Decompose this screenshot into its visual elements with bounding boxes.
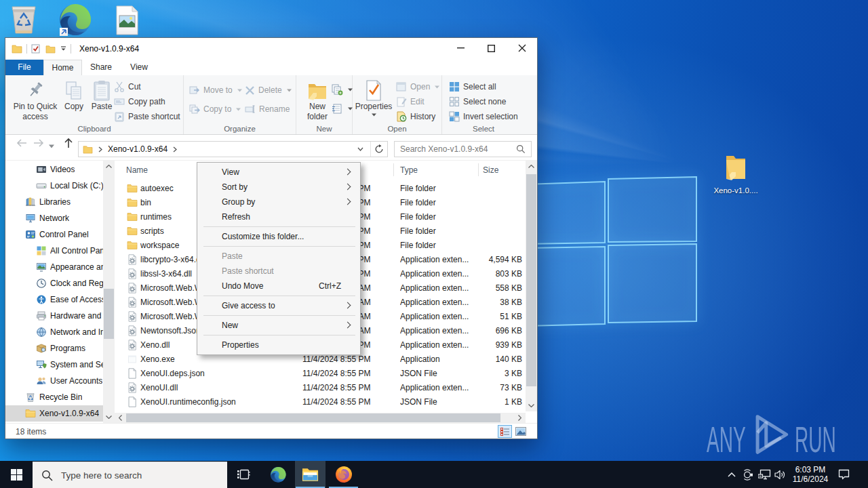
context-menu-item[interactable]: New xyxy=(197,318,360,333)
sidebar-scrollbar-thumb[interactable] xyxy=(104,289,114,339)
tray-network-icon[interactable] xyxy=(757,461,771,488)
context-menu-item[interactable]: Properties xyxy=(197,338,360,352)
close-button[interactable] xyxy=(507,38,537,58)
easy-access-item-button[interactable] xyxy=(332,80,353,99)
column-separator-3[interactable] xyxy=(478,163,479,176)
qat-new-folder-icon[interactable] xyxy=(45,45,56,54)
easy-access-button[interactable] xyxy=(332,99,353,118)
tab-share[interactable]: Share xyxy=(82,60,120,75)
edge-desktop-icon[interactable] xyxy=(58,3,93,37)
history-button[interactable]: History xyxy=(396,109,439,124)
breadcrumb-folder[interactable]: Xeno-v1.0.9-x64 xyxy=(108,144,167,154)
file-row[interactable]: XenoUI.deps.json 11/4/2024 8:55 PM JSON … xyxy=(115,367,526,381)
recent-locations-chevron-icon[interactable] xyxy=(49,144,54,148)
xeno-desktop-folder-label[interactable]: Xeno-v1.0.... xyxy=(705,186,766,195)
sidebar-item[interactable]: User Accounts xyxy=(5,373,103,389)
file-scroll-down-icon[interactable] xyxy=(526,400,537,411)
tray-camera-icon[interactable] xyxy=(741,461,753,488)
address-dropdown-icon[interactable] xyxy=(357,147,363,151)
file-row[interactable]: XenoUI.runtimeconfig.json 11/4/2024 8:55… xyxy=(115,395,526,409)
move-to-button[interactable]: Move to xyxy=(189,81,242,100)
details-view-button[interactable] xyxy=(498,425,512,438)
recycle-bin-desktop-icon[interactable] xyxy=(11,3,37,35)
sidebar-item[interactable]: Videos xyxy=(5,161,103,178)
context-menu-item[interactable]: Paste shortcut xyxy=(197,264,360,279)
copy-path-button[interactable]: Copy path xyxy=(114,94,180,109)
context-menu-item[interactable]: Give access to xyxy=(197,298,360,313)
open-button[interactable]: Open xyxy=(396,79,439,94)
column-header-type[interactable]: Type xyxy=(400,161,468,179)
sidebar-item[interactable]: Recycle Bin xyxy=(5,389,103,405)
sidebar-item[interactable]: All Control Panel Items xyxy=(5,243,103,259)
context-menu-item[interactable]: Group by xyxy=(197,195,360,209)
image-file-desktop-icon[interactable] xyxy=(116,5,138,35)
paste-button[interactable]: Paste xyxy=(87,78,117,111)
qat-customize-chevron-icon[interactable] xyxy=(60,46,66,52)
file-row[interactable]: XenoUI.dll 11/4/2024 8:55 PM Application… xyxy=(115,381,526,395)
tab-file[interactable]: File xyxy=(5,60,43,75)
cut-button[interactable]: Cut xyxy=(114,79,180,94)
context-menu-item[interactable]: Sort by xyxy=(197,180,360,195)
sidebar-item[interactable]: Network and Internet xyxy=(5,324,103,340)
sidebar-scroll-down-icon[interactable] xyxy=(103,411,115,423)
action-center-button[interactable] xyxy=(837,461,850,488)
invert-selection-button[interactable]: Invert selection xyxy=(449,109,518,124)
select-all-button[interactable]: Select all xyxy=(449,79,518,94)
sidebar-item[interactable]: System and Security xyxy=(5,357,103,373)
context-menu-item[interactable]: Paste xyxy=(197,249,360,264)
context-menu-item[interactable]: Refresh xyxy=(197,209,360,224)
properties-button[interactable]: Properties xyxy=(354,78,393,117)
file-list-scrollbar[interactable] xyxy=(526,161,537,411)
sidebar-item[interactable]: Hardware and Sound xyxy=(5,308,103,324)
sidebar-item[interactable]: Control Panel xyxy=(5,226,103,243)
sidebar-item[interactable]: Xeno-v1.0.9-x64 xyxy=(5,405,103,422)
edit-button[interactable]: Edit xyxy=(396,94,439,109)
context-menu-item[interactable]: Customize this folder... xyxy=(197,229,360,244)
qat-properties-icon[interactable] xyxy=(31,44,40,54)
select-none-button[interactable]: Select none xyxy=(449,94,518,109)
minimize-button[interactable] xyxy=(446,38,476,58)
sidebar-item[interactable]: Network xyxy=(5,210,103,226)
tray-volume-icon[interactable] xyxy=(774,461,787,488)
xeno-desktop-folder-icon[interactable] xyxy=(725,153,747,182)
new-folder-button[interactable]: New folder xyxy=(300,78,334,121)
sidebar-scroll-up-icon[interactable] xyxy=(103,161,115,172)
context-menu-item[interactable]: Undo Move Ctrl+Z xyxy=(197,279,360,293)
sidebar-item[interactable]: Libraries xyxy=(5,194,103,210)
sidebar-scrollbar[interactable] xyxy=(103,161,115,423)
up-button[interactable] xyxy=(63,138,74,148)
maximize-button[interactable] xyxy=(476,38,507,58)
tray-show-hidden-icons-button[interactable] xyxy=(727,461,736,488)
taskbar-clock[interactable]: 6:03 PM 11/6/2024 xyxy=(789,465,832,484)
context-menu-item[interactable]: View xyxy=(197,165,360,180)
back-button[interactable] xyxy=(16,138,27,148)
sidebar-item[interactable]: Appearance and Personalization xyxy=(5,259,103,275)
sidebar-item[interactable]: Clock and Region xyxy=(5,275,103,291)
column-header-size[interactable]: Size xyxy=(483,161,520,179)
title-bar[interactable]: Xeno-v1.0.9-x64 xyxy=(5,38,537,60)
delete-button[interactable]: Delete xyxy=(245,81,292,100)
sidebar-item[interactable]: Local Disk (C:) xyxy=(5,178,103,194)
breadcrumb-chevron2-icon[interactable] xyxy=(173,146,177,152)
address-bar[interactable]: Xeno-v1.0.9-x64 xyxy=(78,141,388,157)
copy-to-button[interactable]: Copy to xyxy=(189,100,242,119)
horizontal-scrollbar[interactable] xyxy=(115,413,526,423)
pin-to-quick-access-button[interactable]: Pin to Quick access xyxy=(11,78,60,121)
tab-home[interactable]: Home xyxy=(43,60,82,75)
rename-button[interactable]: Rename xyxy=(245,100,292,119)
refresh-button[interactable] xyxy=(374,144,384,154)
paste-shortcut-button[interactable]: Paste shortcut xyxy=(114,109,180,124)
forward-button[interactable] xyxy=(33,138,45,148)
sidebar-item[interactable]: Programs xyxy=(5,340,103,357)
sidebar-item[interactable]: Ease of Access xyxy=(5,291,103,308)
file-scroll-up-icon[interactable] xyxy=(526,161,537,172)
copy-button[interactable]: Copy xyxy=(61,78,87,111)
column-separator-2[interactable] xyxy=(393,163,394,176)
search-box[interactable]: Search Xeno-v1.0.9-x64 xyxy=(394,141,532,157)
horizontal-scrollbar-thumb[interactable] xyxy=(126,413,500,422)
tab-view[interactable]: View xyxy=(120,60,158,75)
breadcrumb-chevron-icon[interactable] xyxy=(98,146,102,152)
file-scrollbar-thumb[interactable] xyxy=(526,174,536,386)
hscroll-right-icon[interactable] xyxy=(514,413,526,423)
search-icon[interactable] xyxy=(516,144,526,154)
